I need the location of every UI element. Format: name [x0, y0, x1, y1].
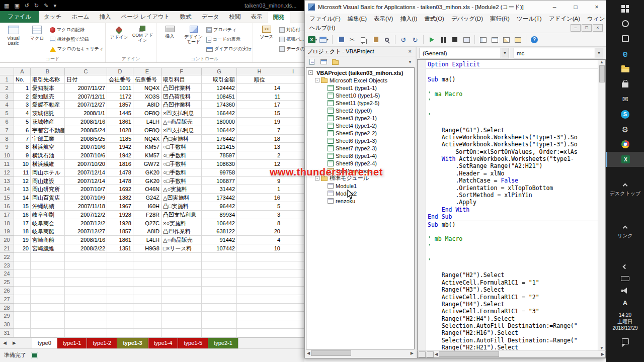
collapse-expander-icon[interactable]: - [308, 70, 313, 75]
cell-A5[interactable]: 4 [14, 109, 31, 118]
scroll-right-icon[interactable]: ▶ [411, 351, 414, 355]
cell-C10[interactable]: 2007/10/6 [65, 151, 107, 160]
cell-F27[interactable] [162, 295, 202, 304]
cell-H5[interactable]: 15 [237, 109, 282, 118]
vba-toolbar-redo-icon[interactable]: ↻ [410, 35, 420, 45]
cell-F24[interactable] [162, 269, 202, 278]
cell-A18[interactable]: 17 [14, 219, 31, 228]
vba-toolbar-project-explorer-icon[interactable] [478, 35, 488, 45]
taskbar-windows-logo-icon[interactable] [606, 1, 644, 16]
cell-B13[interactable]: 岡山建設 [31, 177, 65, 186]
cell-B16[interactable]: 沖縄紡績 [31, 202, 65, 211]
vba-toolbar-insert-userform-icon[interactable]: ▾ [319, 35, 329, 45]
cell-F13[interactable]: ○□手数料 [162, 177, 202, 186]
cell-F11[interactable]: ○□手数料 [162, 160, 202, 168]
ribbon-button-COM アドイン[interactable]: COM アドイン [131, 24, 154, 55]
select-all-corner[interactable] [0, 68, 14, 75]
cell-H27[interactable] [237, 295, 282, 304]
procedure-dropdown[interactable]: mc ▼ [514, 48, 603, 58]
row-header-22[interactable]: 22 [0, 253, 14, 261]
cell-A8[interactable]: 7 [14, 135, 31, 143]
cell-A9[interactable]: 8 [14, 143, 31, 151]
cell-B31[interactable] [31, 329, 65, 337]
cell-D14[interactable]: 1692 [107, 185, 133, 194]
cell-A21[interactable]: 20 [14, 244, 31, 253]
cell-C20[interactable]: 2008/1/16 [65, 236, 107, 244]
cell-E27[interactable] [133, 295, 162, 304]
cell-H16[interactable]: 5 [237, 202, 282, 211]
cell-E4[interactable]: A8ID [133, 101, 162, 109]
cell-F19[interactable]: 凸凹作業料 [162, 227, 202, 236]
cell-D19[interactable]: 1857 [107, 227, 133, 236]
cell-C2[interactable]: 2007/11/27 [65, 84, 107, 93]
ribbon-button-コードの表示[interactable]: コードの表示 [206, 35, 251, 44]
undo-icon[interactable]: ↺ [25, 3, 29, 9]
tree-item-Sheet8 (type1-4)[interactable]: Sheet8 (type1-4) [306, 152, 414, 159]
view-code-button[interactable] [307, 57, 317, 66]
cell-B8[interactable]: 宇部工業 [31, 135, 65, 143]
cell-C12[interactable]: 2007/12/14 [65, 168, 107, 177]
cell-H3[interactable]: 11 [237, 93, 282, 101]
cell-D27[interactable] [107, 295, 133, 304]
cell-G14[interactable]: 31442 [202, 185, 237, 194]
cell-G11[interactable]: 108630 [202, 160, 237, 168]
cell-I10[interactable] [282, 151, 304, 160]
taskbar-store-icon[interactable] [606, 76, 644, 92]
redo-icon[interactable]: ↻ [34, 3, 39, 9]
row-header-10[interactable]: 10 [0, 151, 14, 160]
cell-I9[interactable] [282, 143, 304, 151]
cell-E25[interactable] [133, 278, 162, 287]
cell-B23[interactable] [31, 261, 65, 270]
scroll-up-icon[interactable]: ▲ [600, 60, 604, 64]
ime-mode-button[interactable]: A [606, 297, 644, 309]
procedure-view-button[interactable] [419, 351, 426, 357]
cell-F22[interactable] [162, 253, 202, 261]
cell-G18[interactable]: 106442 [202, 219, 237, 228]
cell-E15[interactable]: G24Z [133, 194, 162, 202]
cell-B24[interactable] [31, 269, 65, 278]
cell-G29[interactable] [202, 312, 237, 320]
cell-C15[interactable]: 2007/10/9 [65, 194, 107, 202]
cell-I23[interactable] [282, 261, 304, 270]
cell-A11[interactable]: 10 [14, 160, 31, 168]
cell-A23[interactable] [14, 261, 31, 270]
code-hscrollbar[interactable]: ◀ ▶ [417, 350, 606, 358]
cell-G10[interactable]: 78597 [202, 151, 237, 160]
vba-menu-実行(R)[interactable]: 実行(R) [487, 15, 513, 23]
cell-D7[interactable]: 1028 [107, 126, 133, 135]
code-vscrollbar[interactable]: ▲ ▼ [598, 60, 605, 350]
vba-menu-アドイン(A)[interactable]: アドイン(A) [545, 15, 584, 23]
sheet-tab-type1-4[interactable]: type1-4 [148, 338, 179, 348]
scroll-down-icon[interactable]: ▼ [600, 346, 604, 350]
cell-D20[interactable]: 1861 [107, 236, 133, 244]
taskbar-cortana-icon[interactable] [606, 16, 644, 31]
cell-G6[interactable]: 180000 [202, 118, 237, 126]
cell-E24[interactable] [133, 269, 162, 278]
cell-G23[interactable] [202, 261, 237, 270]
sheet-nav-right-icon[interactable]: ▶ [10, 338, 19, 348]
links-toolbar[interactable]: リンク [617, 226, 633, 239]
cell-A27[interactable] [14, 295, 31, 304]
cell-B25[interactable] [31, 278, 65, 287]
ribbon-button-マクロの記録[interactable]: マクロの記録 [50, 26, 104, 35]
cell-F2[interactable]: 凸凹作業料 [162, 84, 202, 93]
vba-menu-ツール(T)[interactable]: ツール(T) [513, 15, 545, 23]
cell-A22[interactable] [14, 253, 31, 261]
vba-menu-書式(O)[interactable]: 書式(O) [421, 15, 448, 23]
touch-keyboard-button[interactable] [606, 273, 644, 285]
ribbon-button-マクロのセキュリティ[interactable]: マクロのセキュリティ [50, 45, 104, 54]
column-header-F[interactable]: F [162, 68, 202, 75]
cell-D25[interactable] [107, 278, 133, 287]
cell-E28[interactable] [133, 304, 162, 312]
cell-D2[interactable]: 1011 [107, 84, 133, 93]
tree-item-Sheet3 (type2-1)[interactable]: Sheet3 (type2-1) [306, 114, 414, 122]
ribbon-tab-開発[interactable]: 開発 [268, 11, 290, 23]
vba-toolbar-design-mode-toggle-icon[interactable] [461, 35, 471, 45]
cell-H19[interactable]: 20 [237, 227, 282, 236]
cell-D11[interactable]: 1816 [107, 160, 133, 168]
code-editor[interactable]: Option ExplicitSub ma()' ma Macro'' Rang… [426, 60, 598, 350]
ribbon-button-アドイン[interactable]: アドイン [107, 24, 131, 55]
column-header-E[interactable]: E [133, 68, 162, 75]
cell-E1[interactable]: 伝票番号 [133, 75, 162, 84]
cell-B1[interactable]: 取引先名称 [31, 75, 65, 84]
